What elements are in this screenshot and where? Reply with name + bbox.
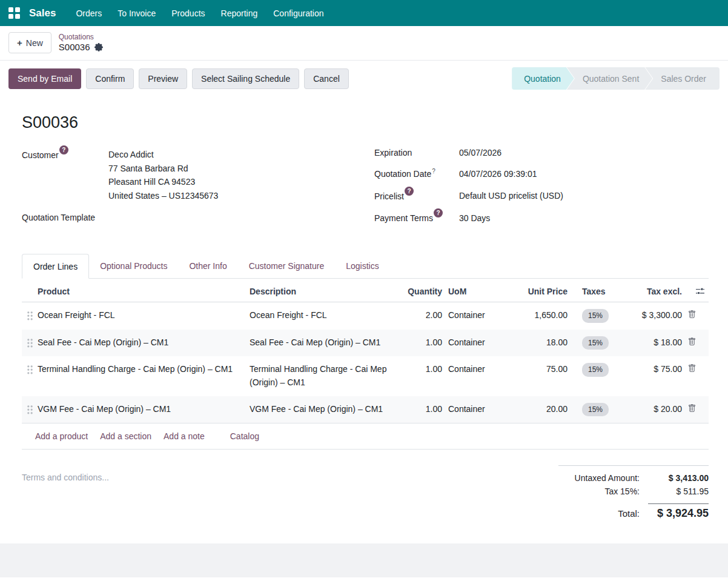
cell-description[interactable]: Ocean Freight - FCL xyxy=(250,309,400,322)
plus-icon: + xyxy=(17,38,22,48)
cell-uom[interactable]: Container xyxy=(448,336,506,350)
breadcrumb-current: S00036 xyxy=(59,42,90,53)
new-button[interactable]: + New xyxy=(8,32,51,53)
tab-order-lines[interactable]: Order Lines xyxy=(22,254,89,279)
tab-optional-products[interactable]: Optional Products xyxy=(89,254,178,279)
apps-grid-icon[interactable] xyxy=(8,7,21,19)
app-name[interactable]: Sales xyxy=(29,7,56,19)
gear-icon[interactable] xyxy=(94,43,103,51)
cell-product[interactable]: VGM Fee - Cai Mep (Origin) – CM1 xyxy=(38,403,250,416)
customer-name[interactable]: Deco Addict xyxy=(108,148,218,162)
pricelist-value[interactable]: Default USD pricelist (USD) xyxy=(459,191,709,201)
optional-columns-icon[interactable] xyxy=(695,287,709,296)
tab-logistics[interactable]: Logistics xyxy=(335,254,389,279)
drag-handle-icon[interactable] xyxy=(27,338,33,348)
expiration-value[interactable]: 05/07/2026 xyxy=(459,148,709,158)
cell-description[interactable]: VGM Fee - Cai Mep (Origin) – CM1 xyxy=(250,403,400,416)
status-pipeline: Quotation Quotation Sent Sales Order xyxy=(512,67,720,90)
cell-quantity[interactable]: 2.00 xyxy=(400,309,448,322)
col-unit-price: Unit Price xyxy=(506,287,574,296)
col-quantity: Quantity xyxy=(400,287,448,296)
delete-row-icon[interactable] xyxy=(688,404,709,413)
main-menu: Orders To Invoice Products Reporting Con… xyxy=(68,5,331,22)
col-product: Product xyxy=(38,287,250,296)
drag-handle-icon[interactable] xyxy=(27,311,33,321)
help-icon[interactable]: ? xyxy=(434,208,443,217)
table-row[interactable]: Terminal Handling Charge - Cai Mep (Orig… xyxy=(22,356,709,396)
total-row: Total: $ 3,924.95 xyxy=(558,502,709,522)
cancel-button[interactable]: Cancel xyxy=(304,68,349,89)
cell-subtotal: $ 75.00 xyxy=(634,363,688,376)
col-description: Description xyxy=(250,287,400,296)
cell-quantity[interactable]: 1.00 xyxy=(400,403,448,416)
tab-customer-signature[interactable]: Customer Signature xyxy=(238,254,336,279)
delete-row-icon[interactable] xyxy=(688,337,709,346)
cell-subtotal: $ 20.00 xyxy=(634,403,688,416)
pricelist-label: Pricelist? xyxy=(374,189,459,201)
cell-uom[interactable]: Container xyxy=(448,403,506,416)
total-label: Total: xyxy=(618,508,640,519)
table-row[interactable]: Ocean Freight - FCL Ocean Freight - FCL … xyxy=(22,302,709,330)
add-a-note-link[interactable]: Add a note xyxy=(164,431,205,441)
form-sheet: S00036 Customer? Deco Addict 77 Santa Ba… xyxy=(0,96,728,542)
select-sailing-schedule-button[interactable]: Select Sailing Schedule xyxy=(192,68,299,89)
table-row[interactable]: Seal Fee - Cai Mep (Origin) – CM1 Seal F… xyxy=(22,330,709,357)
nav-item-configuration[interactable]: Configuration xyxy=(265,5,331,22)
help-icon[interactable]: ? xyxy=(405,187,414,196)
payment-terms-label: Payment Terms? xyxy=(374,211,459,223)
add-a-section-link[interactable]: Add a section xyxy=(100,431,151,441)
quotation-template-field: Quotation Template xyxy=(22,213,356,222)
tax-label: Tax 15%: xyxy=(604,486,640,496)
nav-item-reporting[interactable]: Reporting xyxy=(213,5,266,22)
customer-value[interactable]: Deco Addict 77 Santa Barbara Rd Pleasant… xyxy=(108,148,218,203)
cell-description[interactable]: Terminal Handling Charge - Cai Mep (Orig… xyxy=(250,363,400,389)
breadcrumb-parent[interactable]: Quotations xyxy=(59,33,103,42)
cell-unit-price[interactable]: 75.00 xyxy=(506,363,574,376)
delete-row-icon[interactable] xyxy=(688,310,709,319)
terms-placeholder[interactable]: Terms and conditions... xyxy=(22,465,109,522)
cell-unit-price[interactable]: 20.00 xyxy=(506,403,574,416)
payment-terms-value[interactable]: 30 Days xyxy=(459,213,709,223)
cell-description[interactable]: Seal Fee - Cai Mep (Origin) – CM1 xyxy=(250,336,400,350)
total-value: $ 3,924.95 xyxy=(648,503,709,520)
cell-quantity[interactable]: 1.00 xyxy=(400,336,448,350)
status-step-sales-order[interactable]: Sales Order xyxy=(645,67,720,90)
nav-item-to-invoice[interactable]: To Invoice xyxy=(110,5,164,22)
totals-block: Untaxed Amount: $ 3,413.00 Tax 15%: $ 51… xyxy=(558,465,709,522)
add-a-product-link[interactable]: Add a product xyxy=(35,431,88,441)
preview-button[interactable]: Preview xyxy=(139,68,187,89)
quotation-date-label: Quotation Date? xyxy=(374,168,459,179)
table-header: Product Description Quantity UoM Unit Pr… xyxy=(22,279,709,302)
catalog-link[interactable]: Catalog xyxy=(230,431,259,441)
cell-product[interactable]: Ocean Freight - FCL xyxy=(38,309,250,322)
tab-other-info[interactable]: Other Info xyxy=(178,254,237,279)
delete-row-icon[interactable] xyxy=(688,364,709,373)
table-row[interactable]: VGM Fee - Cai Mep (Origin) – CM1 VGM Fee… xyxy=(22,396,709,424)
notebook-tabs: Order Lines Optional Products Other Info… xyxy=(22,254,709,279)
cell-quantity[interactable]: 1.00 xyxy=(400,363,448,376)
tax-badge: 15% xyxy=(582,403,609,417)
drag-handle-icon[interactable] xyxy=(27,365,33,375)
status-step-quotation[interactable]: Quotation xyxy=(512,67,574,90)
cell-uom[interactable]: Container xyxy=(448,309,506,322)
drag-handle-icon[interactable] xyxy=(27,405,33,415)
control-panel: + New Quotations S00036 xyxy=(0,26,728,61)
payment-terms-field: Payment Terms? 30 Days xyxy=(374,211,709,223)
cell-product[interactable]: Seal Fee - Cai Mep (Origin) – CM1 xyxy=(38,336,250,350)
cell-unit-price[interactable]: 18.00 xyxy=(506,336,574,350)
tax-badge: 15% xyxy=(582,363,609,377)
cell-product[interactable]: Terminal Handling Charge - Cai Mep (Orig… xyxy=(38,363,250,376)
customer-city: Pleasant Hill CA 94523 xyxy=(108,175,218,189)
send-by-email-button[interactable]: Send by Email xyxy=(8,68,81,89)
nav-item-orders[interactable]: Orders xyxy=(68,5,110,22)
quotation-date-value[interactable]: 04/07/2026 09:39:01 xyxy=(459,169,709,179)
confirm-button[interactable]: Confirm xyxy=(86,68,134,89)
status-step-quotation-sent[interactable]: Quotation Sent xyxy=(567,67,652,90)
quotation-date-field: Quotation Date? 04/07/2026 09:39:01 xyxy=(374,168,709,179)
cell-uom[interactable]: Container xyxy=(448,363,506,376)
help-icon[interactable]: ? xyxy=(59,145,68,154)
help-icon[interactable]: ? xyxy=(432,168,435,174)
cell-unit-price[interactable]: 1,650.00 xyxy=(506,309,574,322)
form-fields: Customer? Deco Addict 77 Santa Barbara R… xyxy=(22,148,709,233)
nav-item-products[interactable]: Products xyxy=(164,5,213,22)
